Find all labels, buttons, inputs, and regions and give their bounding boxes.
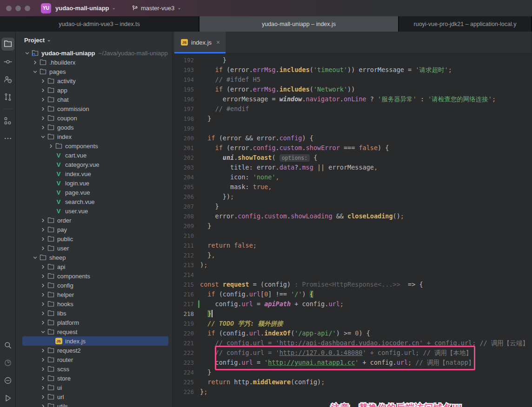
close-icon[interactable]: × [216, 39, 220, 46]
code-line-215[interactable]: 215const request = (config) : Promise<Ht… [173, 280, 532, 289]
code-line-211[interactable]: 211 return false; [173, 241, 532, 250]
line-number[interactable]: 192 [173, 55, 194, 65]
chevron-collapsed-icon[interactable] [39, 246, 47, 250]
code-line-209[interactable]: 209 } [173, 221, 532, 231]
line-number[interactable]: 215 [173, 280, 194, 289]
code-line-192[interactable]: 192 } [173, 55, 532, 65]
chevron-collapsed-icon[interactable] [39, 283, 47, 288]
window-tab[interactable]: ruoyi-vue-pro-jdk21 – application-local.… [399, 16, 532, 32]
chevron-collapsed-icon[interactable] [39, 321, 47, 325]
pull-requests-icon[interactable] [1, 91, 14, 104]
chevron-collapsed-icon[interactable] [39, 404, 47, 407]
search-icon[interactable] [1, 339, 14, 352]
line-number[interactable]: 200 [173, 133, 194, 143]
tree-item-components[interactable]: components [16, 271, 172, 281]
window-tab[interactable]: yudao-mall-uniapp – index.js [200, 16, 399, 32]
line-number[interactable]: 195 [173, 85, 194, 94]
more-icon[interactable] [1, 132, 14, 145]
tree-item-url[interactable]: url [16, 392, 172, 401]
code-line-213[interactable]: 213); [173, 260, 532, 270]
chevron-collapsed-icon[interactable] [47, 144, 54, 148]
chevron-collapsed-icon[interactable] [39, 358, 47, 362]
line-number[interactable]: 206 [173, 192, 194, 202]
code-line-214[interactable]: 214 [173, 270, 532, 280]
close-window-button[interactable] [6, 6, 12, 11]
code-line-218[interactable]: 218 } [173, 309, 532, 319]
project-panel-header[interactable]: Project ⌄ [16, 32, 172, 48]
window-tab[interactable]: yudao-ui-admin-vue3 – index.ts [0, 16, 200, 32]
line-number[interactable]: 225 [173, 377, 194, 387]
tree-item-index[interactable]: index [16, 132, 172, 141]
code-line-217[interactable]: 217 config.url = apiPath + config.url; [173, 299, 532, 309]
code-line-208[interactable]: 208 error.config.custom.showLoading && c… [173, 211, 532, 221]
code-line-207[interactable]: 207 } [173, 202, 532, 211]
clock-icon[interactable] [1, 356, 14, 369]
line-number[interactable]: 199 [173, 124, 194, 133]
minimize-window-button[interactable] [15, 6, 21, 11]
tree-item-login-vue[interactable]: Vlogin.vue [16, 178, 172, 188]
tree-item-app[interactable]: app [16, 85, 172, 95]
chevron-collapsed-icon[interactable] [39, 79, 47, 83]
chevron-collapsed-icon[interactable] [31, 60, 39, 65]
chevron-collapsed-icon[interactable] [39, 125, 47, 130]
line-number[interactable]: 209 [173, 221, 194, 231]
code-line-203[interactable]: 203 title: error.data?.msg || errorMessa… [173, 163, 532, 172]
tree-item-store[interactable]: store [16, 374, 172, 383]
code-line-193[interactable]: 193 if (error.errMsg.includes('timeout')… [173, 65, 532, 75]
line-number[interactable]: 204 [173, 172, 194, 182]
code-line-202[interactable]: 202 uni.showToast( options: { [173, 153, 532, 163]
tree-item-commission[interactable]: commission [16, 104, 172, 113]
line-number[interactable]: 222 [173, 348, 194, 358]
chevron-collapsed-icon[interactable] [39, 228, 47, 232]
tree-item-search-vue[interactable]: Vsearch.vue [16, 197, 172, 206]
chevron-collapsed-icon[interactable] [39, 367, 47, 371]
chevron-collapsed-icon[interactable] [39, 237, 47, 241]
branch-switcher[interactable]: master-vue3 ⌄ [132, 5, 181, 12]
tree-item-scss[interactable]: scss [16, 364, 172, 374]
line-number[interactable]: 213 [173, 260, 194, 270]
line-number[interactable]: 207 [173, 202, 194, 211]
code-line-195[interactable]: 195 if (error.errMsg.includes('Network')… [173, 85, 532, 94]
code-line-201[interactable]: 201 if (error.config.custom.showError ==… [173, 143, 532, 153]
tree-item-coupon[interactable]: coupon [16, 113, 172, 123]
line-number[interactable]: 202 [173, 153, 194, 163]
commit-icon[interactable] [1, 55, 14, 68]
tree-item-cart-vue[interactable]: Vcart.vue [16, 151, 172, 160]
tree-item-pay[interactable]: pay [16, 225, 172, 234]
chevron-expanded-icon[interactable] [23, 51, 31, 55]
tree-item--hbuilderx[interactable]: .hbuilderx [16, 58, 172, 67]
line-number[interactable]: 221 [173, 338, 194, 348]
chevron-expanded-icon[interactable] [31, 70, 39, 74]
help-icon[interactable] [1, 374, 14, 387]
code-line-199[interactable]: 199 [173, 124, 532, 133]
tree-item-category-vue[interactable]: Vcategory.vue [16, 160, 172, 169]
chevron-collapsed-icon[interactable] [39, 274, 47, 278]
chevron-collapsed-icon[interactable] [39, 376, 47, 381]
chevron-collapsed-icon[interactable] [39, 311, 47, 315]
line-number[interactable]: 198 [173, 114, 194, 124]
tree-item-goods[interactable]: goods [16, 123, 172, 132]
code-line-219[interactable]: 219 // TODO 芋艿: 额外拼接 [173, 319, 532, 328]
chevron-expanded-icon[interactable] [39, 330, 47, 334]
line-number[interactable]: 220 [173, 328, 194, 338]
tree-item-index-vue[interactable]: Vindex.vue [16, 169, 172, 178]
code-line-205[interactable]: 205 mask: true, [173, 182, 532, 192]
tree-item-yudao-mall-uniapp[interactable]: yudao-mall-uniapp~/Java/yudao-mall-uniap… [16, 48, 172, 58]
line-number[interactable]: 203 [173, 163, 194, 172]
tree-item-platform[interactable]: platform [16, 318, 172, 327]
line-number[interactable]: 196 [173, 94, 194, 104]
chevron-collapsed-icon[interactable] [39, 395, 47, 399]
line-number[interactable]: 219 [173, 319, 194, 328]
tree-item-request2[interactable]: request2 [16, 346, 172, 355]
line-number[interactable]: 211 [173, 241, 194, 250]
tree-item-libs[interactable]: libs [16, 309, 172, 318]
line-number[interactable]: 205 [173, 182, 194, 192]
tree-item-index-js[interactable]: JSindex.js [16, 336, 172, 346]
line-number[interactable]: 193 [173, 65, 194, 75]
code-line-200[interactable]: 200 if (error && error.config) { [173, 133, 532, 143]
line-number[interactable]: 194 [173, 75, 194, 85]
code-line-196[interactable]: 196 errorMessage = window.navigator.onLi… [173, 94, 532, 104]
code-line-216[interactable]: 216 if (config.url[0] !== '/') { [173, 289, 532, 299]
line-number[interactable]: 214 [173, 270, 194, 280]
chevron-collapsed-icon[interactable] [39, 88, 47, 92]
